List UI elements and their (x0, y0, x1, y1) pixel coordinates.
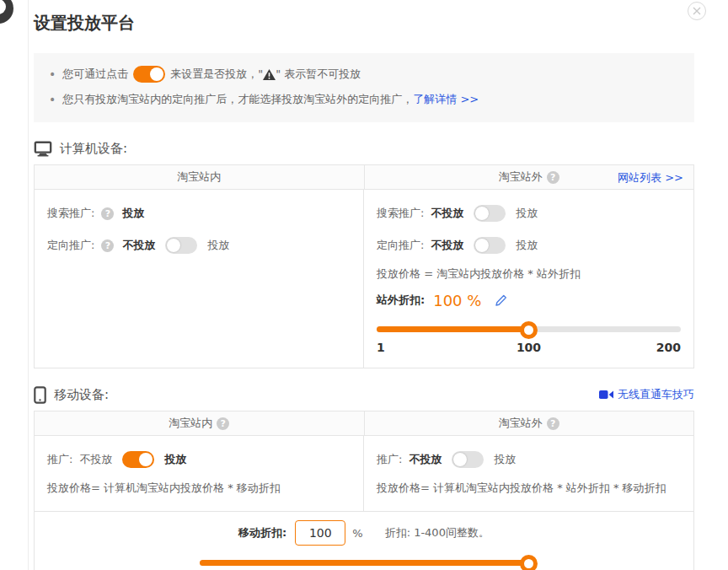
off-label: 不投放 (122, 238, 155, 253)
help-icon[interactable]: ? (547, 171, 559, 184)
toggle-knob (453, 453, 467, 466)
offsite-discount-row: 站外折扣: 100 % (377, 287, 681, 314)
mobile-offsite-promo-toggle[interactable] (452, 451, 484, 468)
computer-offsite-cell: 搜索推广: 不投放 投放 定向推广: 不投放 投放 投放价格 = 淘宝站内投放价… (364, 190, 693, 368)
off-label: 不投放 (431, 238, 463, 253)
computer-offsite-search-toggle[interactable] (474, 205, 506, 222)
site-list-link[interactable]: 网站列表 >> (618, 170, 683, 186)
on-label: 投放 (207, 238, 229, 253)
on-label: 投放 (516, 238, 538, 253)
on-label: 投放 (516, 206, 538, 221)
mobile-discount-label: 移动折扣: (238, 525, 286, 540)
computer-table: 淘宝站内 淘宝站外 ? 网站列表 >> 搜索推广: ? 投放 (34, 164, 694, 368)
row-label: 推广: (377, 452, 402, 467)
computer-offsite-targeted-row: 定向推广: 不投放 投放 (377, 229, 681, 261)
mobile-onsite-formula: 投放价格= 计算机淘宝站内投放价格 * 移动折扣 (47, 476, 351, 501)
learn-more-link[interactable]: 了解详情 >> (413, 92, 479, 107)
computer-icon (34, 141, 52, 157)
mobile-section-label: 移动设备: (54, 387, 109, 403)
computer-onsite-targeted-row: 定向推广: ? 不投放 投放 (47, 229, 351, 261)
slider-handle[interactable] (520, 555, 538, 570)
help-icon[interactable]: ? (547, 417, 559, 430)
mobile-onsite-promo-row: 推广: 不投放 投放 (47, 444, 351, 476)
mobile-table: 淘宝站内 ? 淘宝站外 ? 推广: 不投放 投放 投放价格= 计算机淘宝站内 (34, 411, 694, 570)
row-label: 搜索推广: (47, 206, 94, 221)
slider-handle[interactable] (520, 321, 538, 339)
mobile-discount-unit: % (352, 527, 362, 540)
row-value: 投放 (122, 206, 144, 221)
off-label: 不投放 (409, 452, 442, 467)
computer-section-label: 计算机设备: (60, 141, 127, 157)
notice-text: 您只有投放淘宝站内的定向推广后，才能选择投放淘宝站外的定向推广， (62, 92, 413, 107)
mobile-offsite-header: 淘宝站外 (499, 416, 543, 431)
slider-fill (200, 560, 528, 566)
mobile-offsite-header-cell: 淘宝站外 ? (365, 411, 694, 435)
on-label: 投放 (164, 452, 186, 467)
row-label: 搜索推广: (377, 206, 424, 221)
computer-onsite-header: 淘宝站内 (177, 169, 221, 185)
toggle-knob (167, 239, 180, 252)
wireless-tips-link[interactable]: 无线直通车技巧 (618, 387, 694, 402)
help-icon[interactable]: ? (101, 239, 114, 252)
toggle-knob (475, 207, 489, 220)
bullet-dot: • (49, 93, 56, 106)
notice-bullet-2: • 您只有投放淘宝站内的定向推广后，才能选择投放淘宝站外的定向推广， 了解详情 … (46, 87, 682, 112)
computer-offsite-header-cell: 淘宝站外 ? 网站列表 >> (365, 165, 694, 189)
toggle-knob (475, 239, 489, 252)
computer-offsite-targeted-toggle[interactable] (474, 237, 506, 254)
computer-section-header: 计算机设备: (34, 136, 694, 161)
notice-text: 来设置是否投放，" (170, 67, 263, 82)
notice-box: • 您可通过点击 来设置是否投放，" " 表示暂不可投放 • 您只有投放淘宝站内… (34, 53, 694, 122)
offsite-discount-slider (377, 320, 681, 339)
offsite-price-formula: 投放价格 = 淘宝站内投放价格 * 站外折扣 (377, 261, 681, 287)
on-label: 投放 (494, 452, 516, 467)
computer-onsite-targeted-toggle[interactable] (165, 237, 197, 254)
row-label: 推广: (47, 452, 72, 467)
computer-onsite-cell: 搜索推广: ? 投放 定向推广: ? 不投放 投放 (35, 190, 364, 368)
tick-mid: 100 (517, 341, 541, 354)
toggle-knob (150, 67, 163, 81)
mobile-offsite-formula: 投放价格= 计算机淘宝站内投放价格 * 站外折扣 * 移动折扣 (377, 476, 681, 501)
mobile-icon (34, 386, 46, 404)
toggle-knob (139, 453, 153, 466)
mobile-onsite-header-cell: 淘宝站内 ? (35, 411, 365, 435)
mobile-discount-row: 移动折扣: % 折扣: 1-400间整数。 (35, 519, 693, 547)
computer-offsite-header: 淘宝站外 (499, 169, 543, 185)
help-icon[interactable]: ? (101, 207, 114, 220)
computer-onsite-header-cell: 淘宝站内 (35, 165, 365, 189)
offsite-discount-value: 100 % (433, 292, 481, 309)
off-label: 不投放 (79, 452, 112, 467)
off-label: 不投放 (431, 206, 463, 221)
mobile-offsite-promo-row: 推广: 不投放 投放 (377, 444, 681, 476)
panel-left-border (28, 0, 29, 570)
mobile-section-header: 移动设备: 无线直通车技巧 (34, 382, 694, 407)
mobile-discount-panel: 移动折扣: % 折扣: 1-400间整数。 1 200 400 (35, 511, 693, 570)
page-title: 设置投放平台 (34, 12, 694, 35)
warning-icon (263, 69, 276, 80)
corner-help-bubble (0, 0, 13, 24)
tick-max: 200 (656, 341, 681, 354)
offsite-slider-ticks: 1 100 200 (377, 341, 681, 358)
mobile-discount-hint: 折扣: 1-400间整数。 (385, 525, 490, 540)
mobile-discount-input[interactable] (295, 520, 345, 546)
video-camera-icon (599, 390, 613, 400)
mobile-onsite-header: 淘宝站内 (169, 416, 212, 431)
computer-onsite-search-row: 搜索推广: ? 投放 (47, 197, 351, 229)
mobile-onsite-cell: 推广: 不投放 投放 投放价格= 计算机淘宝站内投放价格 * 移动折扣 (35, 436, 364, 511)
mobile-discount-slider (200, 554, 528, 570)
row-label: 定向推广: (377, 238, 424, 253)
offsite-discount-label: 站外折扣: (377, 293, 425, 308)
corner-help-bubble-inner (0, 0, 6, 14)
edit-pencil-icon[interactable] (495, 294, 507, 307)
mobile-offsite-cell: 推广: 不投放 投放 投放价格= 计算机淘宝站内投放价格 * 站外折扣 * 移动… (364, 436, 693, 511)
row-label: 定向推广: (47, 238, 94, 253)
toggle-example[interactable] (133, 66, 165, 83)
notice-text: " 表示暂不可投放 (276, 67, 361, 82)
bullet-dot: • (49, 67, 56, 81)
notice-bullet-1: • 您可通过点击 来设置是否投放，" " 表示暂不可投放 (46, 62, 682, 87)
help-icon[interactable]: ? (217, 417, 229, 430)
computer-offsite-search-row: 搜索推广: 不投放 投放 (377, 197, 681, 229)
mobile-onsite-promo-toggle[interactable] (122, 451, 154, 468)
notice-text: 您可通过点击 (62, 67, 128, 82)
slider-fill (377, 326, 529, 332)
